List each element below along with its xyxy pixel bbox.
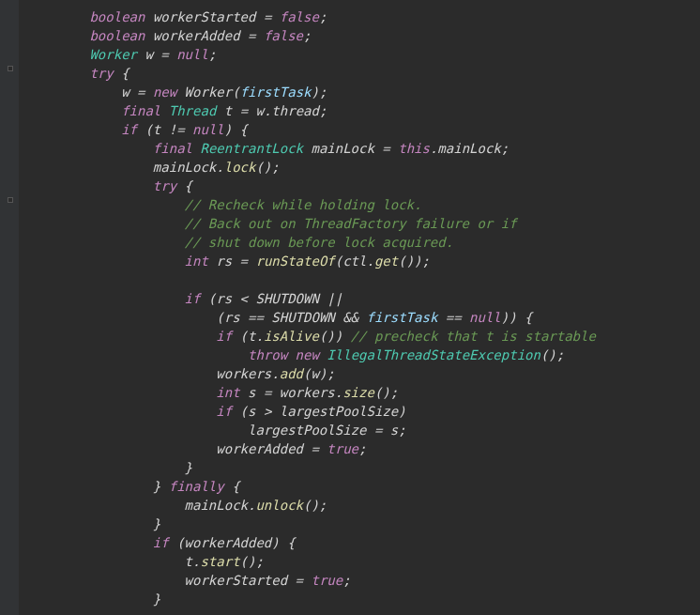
- code-line: throw new IllegalThreadStateException();: [26, 346, 700, 364]
- code-line: } finally {: [26, 477, 700, 496]
- code-line: boolean workerStarted = false;: [26, 8, 700, 26]
- code-line: int rs = runStateOf(ctl.get());: [26, 252, 700, 270]
- code-line: (rs == SHUTDOWN && firstTask == null)) {: [26, 308, 700, 327]
- code-line: workers.add(w);: [26, 364, 700, 383]
- code-line: t.start();: [26, 552, 700, 571]
- code-line: try {: [26, 64, 700, 83]
- code-line: [26, 270, 700, 289]
- code-line: int s = workers.size();: [26, 383, 700, 402]
- code-line: // shut down before lock acquired.: [26, 233, 700, 252]
- fold-marker[interactable]: [8, 66, 13, 71]
- code-line: final ReentrantLock mainLock = this.main…: [26, 139, 700, 158]
- code-line: Worker w = null;: [26, 45, 700, 64]
- code-line: }: [26, 458, 700, 477]
- code-line: // Back out on ThreadFactory failure or …: [26, 214, 700, 233]
- code-line: if (t != null) {: [26, 120, 700, 139]
- code-line: // Recheck while holding lock.: [26, 195, 700, 214]
- editor-gutter: [0, 0, 19, 615]
- code-line: boolean workerAdded = false;: [26, 26, 700, 45]
- code-line: try {: [26, 177, 700, 195]
- code-line: mainLock.lock();: [26, 158, 700, 177]
- code-line: if (t.isAlive()) // precheck that t is s…: [26, 327, 700, 346]
- code-line: workerStarted = true;: [26, 571, 700, 590]
- code-line: workerAdded = true;: [26, 439, 700, 458]
- code-line: final Thread t = w.thread;: [26, 101, 700, 120]
- code-line: if (workerAdded) {: [26, 533, 700, 552]
- code-line: w = new Worker(firstTask);: [26, 83, 700, 101]
- code-line: if (s > largestPoolSize): [26, 402, 700, 421]
- code-line: if (rs < SHUTDOWN ||: [26, 289, 700, 308]
- code-line: mainLock.unlock();: [26, 496, 700, 515]
- code-line: }: [26, 590, 700, 608]
- code-line: largestPoolSize = s;: [26, 421, 700, 439]
- fold-marker[interactable]: [8, 197, 13, 203]
- code-line: }: [26, 515, 700, 533]
- code-editor[interactable]: boolean workerStarted = false; boolean w…: [0, 8, 700, 608]
